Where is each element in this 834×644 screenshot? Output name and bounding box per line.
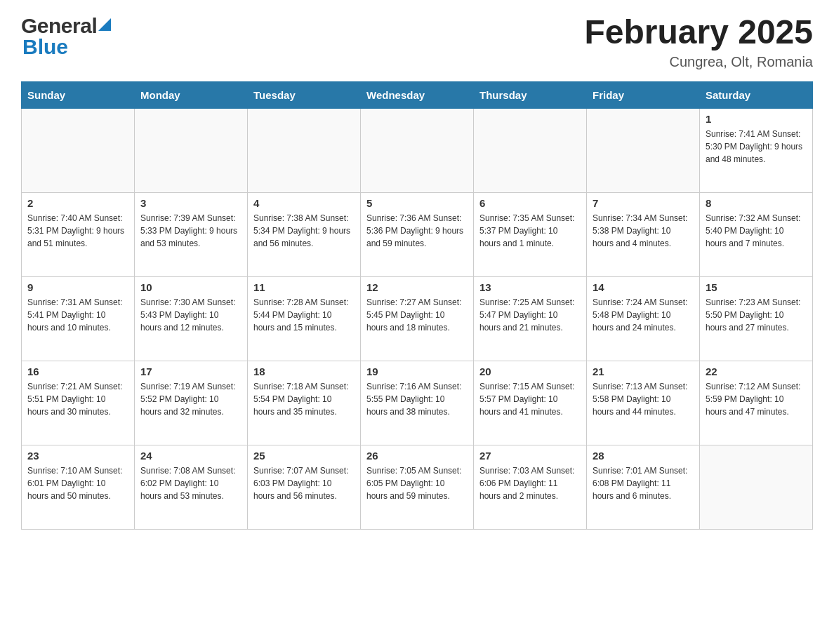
calendar-cell: 7Sunrise: 7:34 AM Sunset: 5:38 PM Daylig… [587, 192, 700, 276]
weekday-header-tuesday: Tuesday [248, 81, 361, 108]
calendar-cell: 9Sunrise: 7:31 AM Sunset: 5:41 PM Daylig… [22, 276, 135, 361]
logo: General Blue [21, 14, 111, 59]
day-info: Sunrise: 7:23 AM Sunset: 5:50 PM Dayligh… [706, 296, 807, 334]
day-info: Sunrise: 7:28 AM Sunset: 5:44 PM Dayligh… [253, 296, 355, 334]
day-number: 6 [479, 197, 581, 209]
calendar-cell: 14Sunrise: 7:24 AM Sunset: 5:48 PM Dayli… [587, 276, 700, 361]
day-info: Sunrise: 7:13 AM Sunset: 5:58 PM Dayligh… [593, 380, 694, 418]
day-number: 2 [27, 197, 128, 209]
day-info: Sunrise: 7:08 AM Sunset: 6:02 PM Dayligh… [140, 464, 241, 502]
calendar-week-row: 9Sunrise: 7:31 AM Sunset: 5:41 PM Daylig… [22, 276, 813, 361]
day-number: 13 [479, 281, 581, 293]
calendar-cell: 8Sunrise: 7:32 AM Sunset: 5:40 PM Daylig… [700, 192, 813, 276]
day-number: 1 [706, 113, 807, 125]
day-number: 7 [593, 197, 694, 209]
logo-triangle-icon [98, 18, 111, 32]
calendar-week-row: 16Sunrise: 7:21 AM Sunset: 5:51 PM Dayli… [22, 361, 813, 445]
day-number: 18 [253, 365, 355, 377]
day-info: Sunrise: 7:35 AM Sunset: 5:37 PM Dayligh… [479, 212, 581, 250]
svg-marker-0 [98, 18, 111, 31]
calendar-cell: 17Sunrise: 7:19 AM Sunset: 5:52 PM Dayli… [135, 361, 248, 445]
day-info: Sunrise: 7:01 AM Sunset: 6:08 PM Dayligh… [593, 464, 694, 502]
day-number: 21 [593, 365, 694, 377]
day-info: Sunrise: 7:16 AM Sunset: 5:55 PM Dayligh… [366, 380, 468, 418]
day-number: 9 [27, 281, 128, 293]
calendar-cell: 13Sunrise: 7:25 AM Sunset: 5:47 PM Dayli… [474, 276, 587, 361]
calendar-cell: 16Sunrise: 7:21 AM Sunset: 5:51 PM Dayli… [22, 361, 135, 445]
calendar-cell: 5Sunrise: 7:36 AM Sunset: 5:36 PM Daylig… [361, 192, 474, 276]
calendar-cell: 26Sunrise: 7:05 AM Sunset: 6:05 PM Dayli… [361, 445, 474, 529]
calendar-cell: 15Sunrise: 7:23 AM Sunset: 5:50 PM Dayli… [700, 276, 813, 361]
day-number: 26 [366, 450, 468, 462]
weekday-header-thursday: Thursday [474, 81, 587, 108]
day-info: Sunrise: 7:39 AM Sunset: 5:33 PM Dayligh… [140, 212, 241, 250]
day-number: 16 [27, 365, 128, 377]
day-info: Sunrise: 7:38 AM Sunset: 5:34 PM Dayligh… [253, 212, 355, 250]
calendar-cell: 22Sunrise: 7:12 AM Sunset: 5:59 PM Dayli… [700, 361, 813, 445]
day-number: 3 [140, 197, 241, 209]
calendar-cell: 27Sunrise: 7:03 AM Sunset: 6:06 PM Dayli… [474, 445, 587, 529]
day-info: Sunrise: 7:05 AM Sunset: 6:05 PM Dayligh… [366, 464, 468, 502]
day-number: 27 [479, 450, 581, 462]
day-info: Sunrise: 7:21 AM Sunset: 5:51 PM Dayligh… [27, 380, 128, 418]
day-info: Sunrise: 7:31 AM Sunset: 5:41 PM Dayligh… [27, 296, 128, 334]
day-number: 23 [27, 450, 128, 462]
calendar-cell [248, 108, 361, 192]
calendar-week-row: 2Sunrise: 7:40 AM Sunset: 5:31 PM Daylig… [22, 192, 813, 276]
calendar-cell: 1Sunrise: 7:41 AM Sunset: 5:30 PM Daylig… [700, 108, 813, 192]
weekday-header-row: SundayMondayTuesdayWednesdayThursdayFrid… [22, 81, 813, 108]
weekday-header-saturday: Saturday [700, 81, 813, 108]
day-number: 10 [140, 281, 241, 293]
title-block: February 2025 Cungrea, Olt, Romania [584, 14, 813, 70]
calendar-cell: 11Sunrise: 7:28 AM Sunset: 5:44 PM Dayli… [248, 276, 361, 361]
calendar-cell: 28Sunrise: 7:01 AM Sunset: 6:08 PM Dayli… [587, 445, 700, 529]
calendar-cell [587, 108, 700, 192]
location-subtitle: Cungrea, Olt, Romania [584, 54, 813, 70]
day-info: Sunrise: 7:03 AM Sunset: 6:06 PM Dayligh… [479, 464, 581, 502]
calendar-cell: 3Sunrise: 7:39 AM Sunset: 5:33 PM Daylig… [135, 192, 248, 276]
day-info: Sunrise: 7:34 AM Sunset: 5:38 PM Dayligh… [593, 212, 694, 250]
weekday-header-wednesday: Wednesday [361, 81, 474, 108]
day-number: 8 [706, 197, 807, 209]
calendar-cell [22, 108, 135, 192]
calendar-cell: 20Sunrise: 7:15 AM Sunset: 5:57 PM Dayli… [474, 361, 587, 445]
day-number: 4 [253, 197, 355, 209]
calendar-cell: 2Sunrise: 7:40 AM Sunset: 5:31 PM Daylig… [22, 192, 135, 276]
day-number: 24 [140, 450, 241, 462]
calendar-cell: 6Sunrise: 7:35 AM Sunset: 5:37 PM Daylig… [474, 192, 587, 276]
day-info: Sunrise: 7:40 AM Sunset: 5:31 PM Dayligh… [27, 212, 128, 250]
calendar-cell: 25Sunrise: 7:07 AM Sunset: 6:03 PM Dayli… [248, 445, 361, 529]
calendar-cell: 23Sunrise: 7:10 AM Sunset: 6:01 PM Dayli… [22, 445, 135, 529]
day-number: 11 [253, 281, 355, 293]
calendar-cell: 19Sunrise: 7:16 AM Sunset: 5:55 PM Dayli… [361, 361, 474, 445]
day-info: Sunrise: 7:18 AM Sunset: 5:54 PM Dayligh… [253, 380, 355, 418]
calendar-cell: 24Sunrise: 7:08 AM Sunset: 6:02 PM Dayli… [135, 445, 248, 529]
weekday-header-monday: Monday [135, 81, 248, 108]
day-number: 5 [366, 197, 468, 209]
day-info: Sunrise: 7:10 AM Sunset: 6:01 PM Dayligh… [27, 464, 128, 502]
calendar-cell: 21Sunrise: 7:13 AM Sunset: 5:58 PM Dayli… [587, 361, 700, 445]
day-info: Sunrise: 7:36 AM Sunset: 5:36 PM Dayligh… [366, 212, 468, 250]
month-title: February 2025 [584, 14, 813, 51]
calendar-table: SundayMondayTuesdayWednesdayThursdayFrid… [21, 81, 813, 530]
calendar-cell: 12Sunrise: 7:27 AM Sunset: 5:45 PM Dayli… [361, 276, 474, 361]
day-number: 17 [140, 365, 241, 377]
day-info: Sunrise: 7:19 AM Sunset: 5:52 PM Dayligh… [140, 380, 241, 418]
day-number: 22 [706, 365, 807, 377]
calendar-body: 1Sunrise: 7:41 AM Sunset: 5:30 PM Daylig… [22, 108, 813, 529]
day-number: 25 [253, 450, 355, 462]
day-number: 12 [366, 281, 468, 293]
calendar-week-row: 1Sunrise: 7:41 AM Sunset: 5:30 PM Daylig… [22, 108, 813, 192]
day-info: Sunrise: 7:32 AM Sunset: 5:40 PM Dayligh… [706, 212, 807, 250]
day-number: 28 [593, 450, 694, 462]
day-info: Sunrise: 7:07 AM Sunset: 6:03 PM Dayligh… [253, 464, 355, 502]
day-info: Sunrise: 7:15 AM Sunset: 5:57 PM Dayligh… [479, 380, 581, 418]
day-info: Sunrise: 7:30 AM Sunset: 5:43 PM Dayligh… [140, 296, 241, 334]
day-info: Sunrise: 7:12 AM Sunset: 5:59 PM Dayligh… [706, 380, 807, 418]
day-info: Sunrise: 7:24 AM Sunset: 5:48 PM Dayligh… [593, 296, 694, 334]
day-number: 15 [706, 281, 807, 293]
weekday-header-sunday: Sunday [22, 81, 135, 108]
weekday-header-friday: Friday [587, 81, 700, 108]
calendar-cell [474, 108, 587, 192]
day-number: 20 [479, 365, 581, 377]
